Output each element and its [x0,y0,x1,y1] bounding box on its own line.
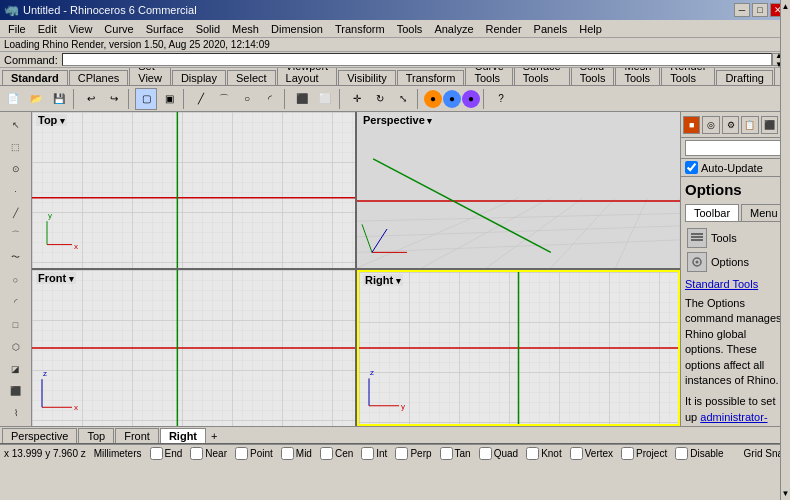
admin-link[interactable]: administrator-enforced settings [685,411,769,426]
menu-item-analyze[interactable]: Analyze [428,22,479,36]
toolbar-tab-viewport-layout[interactable]: Viewport Layout [277,68,338,85]
vp-tab-top[interactable]: Top [78,428,114,443]
rp-btn-3[interactable]: ⚙ [722,116,739,134]
surface-button[interactable]: ⬜ [314,88,336,110]
perp-checkbox[interactable] [395,447,408,460]
top-viewport-label[interactable]: Top [36,114,67,126]
menu-item-tools[interactable]: Tools [391,22,429,36]
help-button[interactable]: ? [490,88,512,110]
vp-tab-add[interactable]: + [207,429,221,443]
cen-checkbox[interactable] [320,447,333,460]
toolbar-tab-set-view[interactable]: Set View [129,68,171,85]
maximize-button[interactable]: □ [752,3,768,17]
perspective-viewport-label[interactable]: Perspective [361,114,434,126]
auto-update-checkbox[interactable] [685,161,698,174]
select-button[interactable]: ▢ [135,88,157,110]
extrude-button[interactable]: ⬛ [291,88,313,110]
vp-tab-perspective[interactable]: Perspective [2,428,77,443]
std-tools-link[interactable]: Standard Tools [685,278,758,290]
menu-item-render[interactable]: Render [480,22,528,36]
options-item-row[interactable]: Options [685,250,786,274]
rp-btn-4[interactable]: 📋 [741,116,758,134]
menu-item-panels[interactable]: Panels [528,22,574,36]
vp-tab-right[interactable]: Right [160,428,206,443]
toolbar-tab-mesh-tools[interactable]: Mesh Tools [615,68,660,85]
perspective-viewport[interactable]: Perspective [357,112,680,268]
menu-item-surface[interactable]: Surface [140,22,190,36]
polyline-button[interactable]: ⌒ [213,88,235,110]
render-preview-button[interactable]: ● [424,90,442,108]
freeform-button[interactable]: 〜 [4,247,28,268]
rp-btn-1[interactable]: ■ [683,116,700,134]
front-viewport[interactable]: Front x z [32,270,355,426]
menu-item-curve[interactable]: Curve [98,22,139,36]
new-button[interactable]: 📄 [2,88,24,110]
disable-checkbox[interactable] [675,447,688,460]
scale-button[interactable]: ⤡ [392,88,414,110]
window-lt-button[interactable]: ⬚ [4,136,28,157]
project-checkbox[interactable] [621,447,634,460]
arc-lt-button[interactable]: ◜ [4,292,28,313]
line-button[interactable]: ╱ [190,88,212,110]
lasso-button[interactable]: ⊙ [4,158,28,179]
mid-checkbox[interactable] [281,447,294,460]
circle-button[interactable]: ○ [236,88,258,110]
tools-item[interactable]: Tools [685,226,786,250]
menu-item-mesh[interactable]: Mesh [226,22,265,36]
polyline-lt-button[interactable]: ⌒ [4,225,28,246]
menu-item-view[interactable]: View [63,22,99,36]
vertex-checkbox[interactable] [570,447,583,460]
vp-tab-front[interactable]: Front [115,428,159,443]
command-input[interactable] [62,53,772,66]
window-select-button[interactable]: ▣ [158,88,180,110]
save-button[interactable]: 💾 [48,88,70,110]
open-button[interactable]: 📂 [25,88,47,110]
menu-item-solid[interactable]: Solid [190,22,226,36]
rect-button[interactable]: □ [4,314,28,335]
minimize-button[interactable]: ─ [734,3,750,17]
menu-item-edit[interactable]: Edit [32,22,63,36]
surface-lt-button[interactable]: ◪ [4,358,28,379]
toolbar-tab-display[interactable]: Display [172,70,226,85]
toolbar-tab[interactable]: Toolbar [685,204,739,221]
undo-button[interactable]: ↩ [80,88,102,110]
menu-item-dimension[interactable]: Dimension [265,22,329,36]
toolbar-tab-transform[interactable]: Transform [397,70,465,85]
point-button[interactable]: · [4,181,28,202]
front-viewport-label[interactable]: Front [36,272,76,284]
top-viewport[interactable]: Top [32,112,355,268]
right-viewport-label[interactable]: Right [363,274,403,286]
move-button[interactable]: ✛ [346,88,368,110]
toolbar-tab-cplanes[interactable]: CPlanes [69,70,129,85]
knot-checkbox[interactable] [526,447,539,460]
polygon-button[interactable]: ⬡ [4,336,28,357]
solid-button[interactable]: ⬛ [4,381,28,402]
line-lt-button[interactable]: ╱ [4,203,28,224]
quad-checkbox[interactable] [479,447,492,460]
toolbar-tab-solid-tools[interactable]: Solid Tools [571,68,615,85]
rotate-button[interactable]: ↻ [369,88,391,110]
menu-item-transform[interactable]: Transform [329,22,391,36]
toolbar-tab-curve-tools[interactable]: Curve Tools [465,68,512,85]
int-checkbox[interactable] [361,447,374,460]
render-button[interactable]: ● [443,90,461,108]
select-lt-button[interactable]: ↖ [4,114,28,135]
circle-lt-button[interactable]: ○ [4,270,28,291]
render-settings-button[interactable]: ● [462,90,480,108]
redo-button[interactable]: ↪ [103,88,125,110]
toolbar-tab-render-tools[interactable]: Render Tools [661,68,715,85]
point-checkbox[interactable] [235,447,248,460]
toolbar-tab-standard[interactable]: Standard [2,70,68,85]
rp-btn-5[interactable]: ⬛ [761,116,778,134]
rp-btn-2[interactable]: ◎ [702,116,719,134]
rp-search-input[interactable] [685,140,786,156]
tan-checkbox[interactable] [440,447,453,460]
titlebar-controls[interactable]: ─ □ ✕ [734,3,786,17]
near-checkbox[interactable] [190,447,203,460]
end-checkbox[interactable] [150,447,163,460]
menu-item-help[interactable]: Help [573,22,608,36]
toolbar-tab-select[interactable]: Select [227,70,276,85]
right-viewport[interactable]: Right y z [357,270,680,426]
toolbar-tab-drafting[interactable]: Drafting [716,70,773,85]
menu-item-file[interactable]: File [2,22,32,36]
